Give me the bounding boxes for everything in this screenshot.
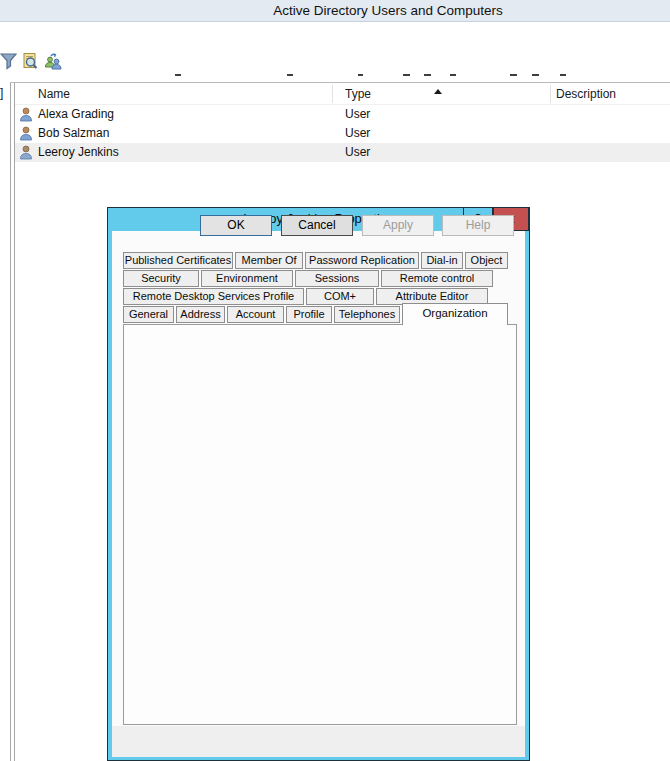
apply-button: Apply bbox=[362, 215, 434, 236]
tab-account[interactable]: Account bbox=[227, 306, 284, 323]
tab-profile[interactable]: Profile bbox=[286, 306, 332, 323]
row-name: Leeroy Jenkins bbox=[38, 145, 119, 159]
dialog-footer bbox=[112, 726, 525, 757]
table-row[interactable]: Bob Salzman User bbox=[15, 124, 670, 143]
find-objects-icon[interactable] bbox=[21, 52, 41, 71]
tab-com-plus[interactable]: COM+ bbox=[306, 288, 374, 305]
screen: Active Directory Users and Computers bbox=[0, 0, 670, 761]
tab-environment[interactable]: Environment bbox=[201, 270, 293, 287]
column-header-type[interactable]: Type bbox=[345, 87, 371, 101]
tree-item-fragment: ] bbox=[0, 86, 3, 100]
row-name: Bob Salzman bbox=[38, 126, 109, 140]
row-type: User bbox=[345, 145, 370, 159]
column-separator[interactable] bbox=[332, 85, 333, 103]
tab-dial-in[interactable]: Dial-in bbox=[421, 252, 463, 269]
ok-button[interactable]: OK bbox=[200, 215, 272, 236]
tab-object[interactable]: Object bbox=[465, 252, 508, 269]
column-header-description[interactable]: Description bbox=[556, 87, 616, 101]
row-type: User bbox=[345, 126, 370, 140]
tab-member-of[interactable]: Member Of bbox=[235, 252, 303, 269]
tab-remote-control[interactable]: Remote control bbox=[381, 270, 493, 287]
tab-address[interactable]: Address bbox=[176, 306, 225, 323]
column-header-name[interactable]: Name bbox=[38, 87, 70, 101]
column-separator[interactable] bbox=[550, 85, 551, 103]
tab-remote-desktop-services-profile[interactable]: Remote Desktop Services Profile bbox=[123, 288, 304, 305]
tab-security[interactable]: Security bbox=[123, 270, 199, 287]
filter-icon[interactable] bbox=[0, 52, 20, 71]
table-row[interactable]: Alexa Grading User bbox=[15, 105, 670, 124]
tab-telephones[interactable]: Telephones bbox=[334, 306, 400, 323]
tab-sessions[interactable]: Sessions bbox=[295, 270, 379, 287]
row-type: User bbox=[345, 107, 370, 121]
list-pane-top-border bbox=[10, 82, 670, 83]
tab-password-replication[interactable]: Password Replication bbox=[305, 252, 419, 269]
tab-published-certificates[interactable]: Published Certificates bbox=[123, 252, 233, 269]
list-pane-left-border bbox=[14, 82, 15, 761]
help-button[interactable]: Help bbox=[442, 215, 514, 236]
cancel-button[interactable]: Cancel bbox=[281, 215, 353, 236]
sort-ascending-icon bbox=[434, 89, 442, 94]
tab-organization[interactable]: Organization bbox=[402, 303, 508, 325]
window-title: Active Directory Users and Computers bbox=[106, 3, 670, 18]
refresh-users-icon[interactable] bbox=[43, 52, 63, 71]
pane-divider-line bbox=[10, 82, 11, 761]
user-icon bbox=[19, 126, 33, 141]
tab-general[interactable]: General bbox=[123, 306, 174, 323]
properties-dialog: Leeroy Jenkins Properties ? x Published … bbox=[107, 207, 530, 761]
table-row-selected[interactable]: Leeroy Jenkins User bbox=[15, 143, 670, 162]
user-icon bbox=[19, 107, 33, 122]
tab-page-organization bbox=[123, 324, 517, 725]
user-icon bbox=[19, 145, 33, 160]
row-name: Alexa Grading bbox=[38, 107, 114, 121]
